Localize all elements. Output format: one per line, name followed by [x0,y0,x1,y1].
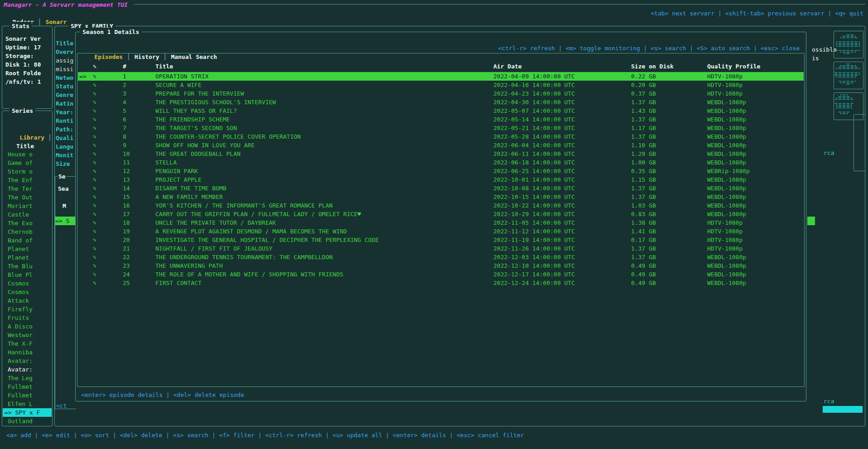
episode-title: PREPARE FOR THE INTERVIEW [155,89,244,98]
tab-library[interactable]: Library [19,134,44,141]
series-item[interactable]: Planet [3,253,52,262]
episode-number: 20 [123,236,130,244]
series-item[interactable]: Planet [3,245,52,253]
episode-row[interactable]: ✎19A REVENGE PLOT AGAINST DESMOND / MAMA… [78,227,804,236]
episode-row[interactable]: ✎12PENGUIN PARK2022-06-25 14:00:00 UTC0.… [78,167,804,175]
series-item[interactable]: The Out [3,193,52,202]
selection-prefix: => [79,72,87,81]
episode-row[interactable]: ✎4THE PRESTIGIOUS SCHOOL'S INTERVIEW2022… [78,98,804,106]
series-item[interactable]: The Blu [3,262,52,270]
episode-row[interactable]: ✎24THE ROLE OF A MOTHER AND WIFE / SHOPP… [78,270,804,279]
series-item[interactable]: The Leg [3,374,52,382]
episode-row[interactable]: ✎13PROJECT APPLE2022-10-01 14:00:00 UTC1… [78,175,804,184]
series-item[interactable]: Attack [3,296,52,305]
episode-row[interactable]: ✎23THE UNWAVERING PATH2022-12-10 14:00:0… [78,261,804,270]
episode-air-date: 2022-12-10 14:00:00 UTC [493,261,575,270]
episode-row[interactable]: ✎14DISARM THE TIME BOMB2022-10-08 14:00:… [78,184,804,193]
poster-art-line: ⠈⠙⠻⠿⠛⠋⠁⠀ [834,48,863,57]
episode-number: 5 [123,106,126,115]
series-item[interactable]: Moriart [3,202,52,210]
episode-row[interactable]: ✎10THE GREAT DODGEBALL PLAN2022-06-11 14… [78,150,804,158]
episode-row[interactable]: ✎20INVESTIGATE THE GENERAL HOSPITAL / DE… [78,236,804,244]
poster-art-fragment [854,114,865,171]
series-item[interactable]: => SPY x F [3,408,52,417]
series-item[interactable]: Cosmos [3,279,52,288]
top-keybinds: <tab> next servarr | <shift-tab> previou… [651,9,863,18]
stats-line: Uptime: 17 [3,43,52,52]
monitored-icon: ✎ [93,167,96,175]
series-item[interactable]: Firefly [3,305,52,314]
episode-row[interactable]: ✎5WILL THEY PASS OR FAIL?2022-05-07 14:0… [78,106,804,115]
stats-line: Storage: [3,52,52,60]
episode-row[interactable]: ✎7THE TARGET'S SECOND SON2022-05-21 14:0… [78,124,804,132]
seasons-selected-row-fragment-left[interactable]: => S [55,217,75,225]
series-item[interactable]: Band of [3,236,52,245]
series-item[interactable]: A Disco [3,322,52,331]
tab-sonarr[interactable]: Sonarr [45,19,67,25]
series-item[interactable]: Fullmet [3,382,52,391]
column-header-air-date: Air Date [493,62,522,71]
series-item[interactable]: Castle [3,210,52,219]
column-header-size: Size on Disk [631,62,674,71]
managarr-tui-screen: { "colors": { "background": "#173130", "… [0,0,868,449]
episode-size: 0.20 GB [631,81,656,89]
tab-separator: │ [38,19,42,25]
monitored-icon: ✎ [93,261,96,270]
episode-air-date: 2022-05-07 14:00:00 UTC [493,106,575,115]
episode-row[interactable]: ✎15A NEW FAMILY MEMBER2022-10-15 14:00:0… [78,193,804,201]
episode-row[interactable]: ✎3PREPARE FOR THE INTERVIEW2022-04-23 14… [78,89,804,98]
episode-row[interactable]: ✎25FIRST CONTACT2022-12-24 14:00:00 UTC0… [78,279,804,287]
series-item[interactable]: Avatar: [3,357,52,365]
episode-row[interactable]: ✎18UNCLE THE PRIVATE TUTOR / DAYBREAK202… [78,218,804,227]
series-item[interactable]: Fruits [3,314,52,322]
episode-row[interactable]: ✎11STELLA2022-06-18 14:00:00 UTC1.00 GBW… [78,158,804,167]
series-item[interactable]: Chernob [3,227,52,236]
series-item[interactable]: Blue Pl [3,270,52,279]
popup-keybinds: <ctrl-r> refresh | <m> toggle monitoring… [498,44,800,53]
episode-air-date: 2022-04-23 14:00:00 UTC [493,89,575,98]
series-item[interactable]: Storm o [3,167,52,176]
episode-row[interactable]: ✎8THE COUNTER-SECRET POLICE COVER OPERAT… [78,132,804,141]
series-item[interactable]: Hanniba [3,348,52,357]
series-item[interactable]: Outland [3,417,52,425]
episode-size: 0.83 GB [631,210,656,218]
episode-title: PENGUIN PARK [155,167,198,175]
monitored-icon: ✎ [93,150,96,158]
series-item[interactable]: Game of [3,159,52,167]
episode-row[interactable]: ✎9SHOW OFF HOW IN LOVE YOU ARE2022-06-04… [78,141,804,150]
episode-title: WILL THEY PASS OR FAIL? [155,106,237,115]
series-item[interactable]: House o [3,150,52,159]
series-item[interactable]: Cosmos [3,288,52,296]
series-item[interactable]: Fullmet [3,391,52,400]
episode-air-date: 2022-05-14 14:00:00 UTC [493,115,575,124]
episode-row[interactable]: =>✎1OPERATION STRIX2022-04-09 14:00:00 U… [78,72,804,81]
episode-quality: WEBDL-1080p [707,175,746,184]
detail-label: Year: [56,108,76,116]
series-item[interactable]: The Exo [3,219,52,227]
series-item[interactable]: The Enf [3,176,52,184]
series-item[interactable]: The X-F [3,339,52,348]
series-item[interactable]: Westwor [3,331,52,339]
detail-label: Runti [56,116,76,125]
episode-row[interactable]: ✎2SECURE A WIFE2022-04-16 14:00:00 UTC0.… [78,81,804,89]
episode-row[interactable]: ✎6THE FRIENDSHIP SCHEME2022-05-14 14:00:… [78,115,804,124]
episode-row[interactable]: ✎22THE UNDERGROUND TENNIS TOURNAMENT: TH… [78,253,804,261]
detail-label: Quali [56,134,76,142]
detail-label: missi [56,65,76,73]
detail-label: Netwo [56,73,76,82]
episode-number: 16 [123,201,130,210]
monitored-icon: ✎ [93,201,96,210]
detail-label: Title [56,39,76,48]
detail-label: Genre [56,91,76,99]
episode-size: 1.03 GB [631,201,656,210]
episode-row[interactable]: ✎17CARRY OUT THE GRIFFIN PLAN / FULLMETA… [78,210,804,218]
detail-label: Size [56,159,76,168]
episode-row[interactable]: ✎21NIGHTFALL / FIRST FIT OF JEALOUSY2022… [78,244,804,253]
episode-number: 6 [123,115,126,124]
episode-size: 1.17 GB [631,124,656,132]
episode-quality: HDTV-1080p [707,218,743,227]
series-item[interactable]: Elfen L [3,400,52,408]
series-item[interactable]: Avatar: [3,365,52,374]
episode-row[interactable]: ✎16YOR'S KITCHEN / THE INFORMANT'S GREAT… [78,201,804,210]
series-item[interactable]: The Ter [3,184,52,193]
